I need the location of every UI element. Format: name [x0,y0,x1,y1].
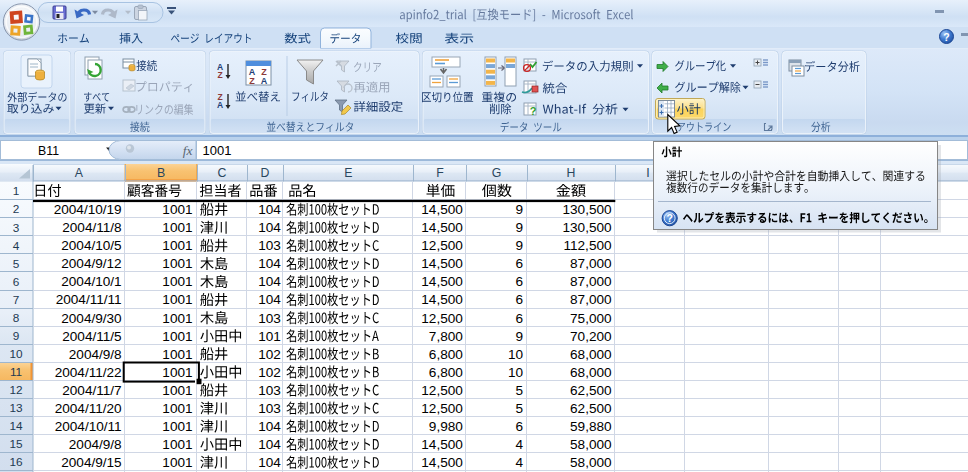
svg-text:H: H [567,166,576,180]
svg-text:14,500: 14,500 [421,455,463,470]
svg-text:11: 11 [10,365,22,379]
svg-text:70,200: 70,200 [570,329,612,344]
svg-text:A: A [75,166,84,180]
svg-text:D: D [261,166,270,180]
svg-text:101: 101 [258,329,281,344]
svg-text:104: 104 [258,437,281,452]
svg-text:12,500: 12,500 [421,401,463,416]
svg-text:5: 5 [515,401,523,416]
svg-text:59,880: 59,880 [570,419,612,434]
svg-text:6: 6 [13,275,20,289]
svg-text:2004/10/1: 2004/10/1 [61,274,121,289]
svg-text:4: 4 [515,437,523,452]
svg-text:2004/11/11: 2004/11/11 [56,292,122,307]
svg-text:2004/9/12: 2004/9/12 [61,256,121,271]
svg-text:103: 103 [258,311,281,326]
svg-text:104: 104 [258,292,281,307]
svg-text:G: G [492,166,502,180]
svg-text:C: C [218,166,227,180]
svg-text:2: 2 [13,202,20,216]
svg-text:6: 6 [515,292,523,307]
svg-text:2004/9/15: 2004/9/15 [61,455,121,470]
svg-text:9: 9 [515,202,523,217]
svg-text:75,000: 75,000 [570,311,612,326]
svg-text:2004/10/11: 2004/10/11 [55,419,122,434]
svg-text:6,800: 6,800 [429,347,463,362]
svg-text:14,500: 14,500 [421,437,463,452]
svg-text:1001: 1001 [203,143,232,158]
svg-text:?: ? [666,212,672,224]
svg-text:1001: 1001 [162,256,192,271]
svg-text:1001: 1001 [162,220,192,235]
svg-text:9,980: 9,980 [429,419,463,434]
svg-text:15: 15 [9,437,23,451]
svg-text:103: 103 [258,383,281,398]
svg-text:1001: 1001 [162,347,192,362]
svg-text:9: 9 [13,329,20,343]
svg-text:104: 104 [258,455,281,470]
svg-text:B: B [157,166,165,180]
svg-text:6: 6 [515,274,523,289]
svg-text:fx: fx [183,143,193,158]
svg-text:104: 104 [258,419,281,434]
svg-text:130,500: 130,500 [562,202,612,217]
svg-text:2004/11/5: 2004/11/5 [62,329,121,344]
svg-text:12: 12 [9,383,22,397]
svg-text:62,500: 62,500 [570,401,612,416]
svg-text:6: 6 [515,419,523,434]
svg-text:14,500: 14,500 [421,256,463,271]
svg-text:6: 6 [515,311,523,326]
svg-text:E: E [344,166,352,180]
svg-text:2004/9/30: 2004/9/30 [61,311,122,326]
svg-text:12,500: 12,500 [421,311,463,326]
svg-text:9: 9 [515,329,523,344]
svg-text:9: 9 [515,238,523,253]
svg-text:103: 103 [258,401,281,416]
svg-text:1001: 1001 [162,311,192,326]
svg-text:B11: B11 [38,144,59,158]
svg-text:I: I [646,166,649,180]
svg-text:1001: 1001 [162,365,192,380]
svg-text:2004/9/8: 2004/9/8 [69,347,122,362]
svg-text:1001: 1001 [162,401,192,416]
svg-text:1001: 1001 [162,238,192,253]
svg-text:68,000: 68,000 [570,347,612,362]
svg-text:1001: 1001 [162,292,192,307]
svg-text:9: 9 [515,220,523,235]
svg-text:A: A [261,76,268,86]
svg-text:2004/11/22: 2004/11/22 [55,365,122,380]
svg-text:7: 7 [13,293,20,307]
svg-text:58,000: 58,000 [570,455,612,470]
svg-text:14: 14 [9,419,23,433]
svg-text:16: 16 [9,455,23,469]
svg-text:Z: Z [249,76,255,86]
svg-text:14,500: 14,500 [421,292,463,307]
svg-text:14,500: 14,500 [421,274,463,289]
svg-text:4: 4 [515,455,523,470]
svg-text:1001: 1001 [162,455,192,470]
svg-text:2004/9/8: 2004/9/8 [69,437,122,452]
svg-text:68,000: 68,000 [570,365,612,380]
svg-text:112,500: 112,500 [563,238,612,253]
svg-text:1001: 1001 [162,329,192,344]
svg-text:1001: 1001 [162,202,192,217]
svg-text:102: 102 [258,365,281,380]
svg-text:2004/11/7: 2004/11/7 [62,383,121,398]
svg-text:104: 104 [258,256,281,271]
svg-text:?: ? [943,31,949,43]
svg-text:F: F [436,166,444,180]
svg-text:10: 10 [508,347,524,362]
svg-text:?: ? [530,105,537,117]
svg-text:103: 103 [258,238,281,253]
svg-text:130,500: 130,500 [562,220,612,235]
svg-text:13: 13 [9,401,23,415]
svg-text:1: 1 [13,184,20,198]
svg-text:2004/11/8: 2004/11/8 [62,220,121,235]
svg-text:A: A [217,100,223,110]
svg-text:1001: 1001 [162,274,192,289]
svg-text:10: 10 [508,365,524,380]
svg-text:10: 10 [9,347,23,361]
svg-text:Z: Z [217,70,222,80]
svg-text:62,500: 62,500 [570,383,612,398]
svg-text:5: 5 [515,383,523,398]
